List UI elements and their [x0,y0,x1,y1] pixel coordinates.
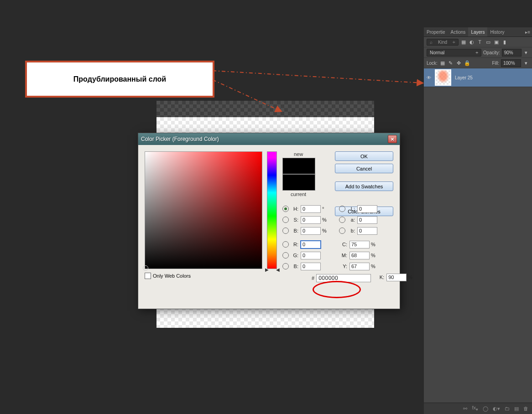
input-l[interactable]: 0 [357,205,377,213]
dialog-titlebar[interactable]: Color Picker (Foreground Color) ✕ [138,133,400,145]
lock-row: Lock: ▦ ✎ ✥ 🔒 Fill: 100% ▾ [424,58,532,68]
filter-pixel-icon[interactable]: ▦ [460,39,467,45]
tab-properties[interactable]: Propertie [424,27,448,36]
unit-c: % [371,242,376,247]
group-icon[interactable]: 🗀 [505,406,510,411]
add-to-swatches-button[interactable]: Add to Swatches [335,181,393,191]
annotation-highlight-circle [313,281,361,298]
input-m[interactable]: 68 [349,252,370,259]
input-hex[interactable]: 000000 [316,274,371,282]
new-color-swatch[interactable] [282,158,315,174]
tab-history[interactable]: History [487,27,507,36]
cancel-button[interactable]: Cancel [335,164,393,173]
current-label: current [282,191,314,197]
filter-shape-icon[interactable]: ▭ [485,39,491,45]
kind-label: Kind [438,40,447,45]
mask-icon[interactable]: ◯ [483,406,488,412]
radio-s[interactable] [282,217,289,223]
trash-icon[interactable]: 🗑 [523,406,528,411]
color-picker-dialog: Color Picker (Foreground Color) ✕ ▶ ◀ ne… [138,133,400,309]
link-layers-icon[interactable]: ⚯ [463,406,467,412]
label-r: R: [291,242,298,247]
lock-pixels-icon[interactable]: ✎ [448,60,454,66]
new-layer-icon[interactable]: ▤ [514,406,519,412]
layers-footer: ⚯ fx▾ ◯ ◐▾ 🗀 ▤ 🗑 [424,403,532,414]
color-fields: H: 0 ° L: 0 S: 0 % a: 0 [282,203,392,283]
unit-m: % [371,253,376,258]
input-b-lab[interactable]: 0 [357,227,377,235]
fx-icon[interactable]: fx▾ [472,405,478,412]
layer-thumbnail[interactable] [435,69,451,86]
annotation-callout: Продублированный слой [25,61,214,98]
radio-a[interactable] [339,217,345,223]
hue-arrow-left-icon: ▶ [265,267,269,272]
label-k: K: [376,274,384,280]
sv-cursor-icon[interactable] [143,265,148,271]
fill-input[interactable]: 100% [501,59,521,67]
unit-h: ° [322,206,329,212]
filter-smart-icon[interactable]: ▣ [493,39,500,45]
layer-row[interactable]: 👁 Layer 25 [424,68,532,87]
ok-button[interactable]: OK [335,151,393,161]
web-colors-checkbox[interactable]: Only Web Colors [145,273,191,279]
input-c[interactable]: 75 [349,241,370,248]
lock-transparency-icon[interactable]: ▦ [439,60,446,66]
fill-arrow-icon[interactable]: ▾ [523,60,529,66]
dialog-body: ▶ ◀ new current OK Cancel Add to Swatche… [138,145,400,309]
radio-b-lab[interactable] [339,228,345,234]
filter-type-icon[interactable]: T [477,39,483,45]
input-a[interactable]: 0 [357,216,377,224]
canvas-dark-strip [156,101,374,117]
dialog-title: Color Picker (Foreground Color) [141,136,219,142]
radio-b-rgb[interactable] [282,263,289,269]
input-r[interactable]: 0 [301,241,321,248]
kind-dropdown[interactable]: ⌕ Kind ÷ [427,39,459,46]
tab-actions[interactable]: Actions [448,27,469,36]
radio-b-hsb[interactable] [282,228,289,234]
hue-arrow-right-icon: ◀ [276,267,280,272]
tab-layers[interactable]: Layers [468,27,487,36]
panel-menu-icon[interactable]: ▸≡ [523,30,532,35]
chevron-updown-icon: ÷ [453,40,455,45]
adjustment-icon[interactable]: ◐▾ [493,406,500,412]
unit-y: % [371,264,376,269]
input-g[interactable]: 0 [301,252,321,259]
filter-adjust-icon[interactable]: ◐ [469,39,475,45]
visibility-icon[interactable]: 👁 [427,75,431,80]
input-b-rgb[interactable]: 0 [301,263,321,270]
label-h: H: [291,206,298,212]
radio-h[interactable] [282,206,289,212]
radio-r[interactable] [282,241,289,248]
opacity-label: Opacity: [483,50,500,55]
blend-mode-dropdown[interactable]: Normal ÷ [427,49,481,57]
unit-s: % [322,217,329,223]
web-colors-label: Only Web Colors [153,273,191,279]
hex-label: # [312,275,314,281]
annotation-text: Продублированный слой [73,75,166,83]
input-h[interactable]: 0 [301,205,321,213]
chevron-updown-icon: ÷ [476,50,479,55]
filter-toggle-icon[interactable]: ▮ [501,39,508,45]
input-k[interactable]: 90 [386,274,407,281]
input-b-hsb[interactable]: 0 [301,227,321,235]
lock-position-icon[interactable]: ✥ [456,60,462,66]
unit-k: % [408,274,412,280]
hue-slider[interactable] [267,151,277,269]
checkbox-icon[interactable] [145,273,151,279]
opacity-arrow-icon[interactable]: ▾ [523,49,530,56]
current-color-swatch[interactable] [282,174,315,191]
blend-row: Normal ÷ Opacity: 90% ▾ [424,47,532,58]
layer-name[interactable]: Layer 25 [455,75,473,80]
input-s[interactable]: 0 [301,216,321,224]
radio-l[interactable] [339,206,345,212]
opacity-input[interactable]: 90% [502,49,522,57]
label-l: L: [348,206,355,212]
panel-tabs: Propertie Actions Layers History ▸≡ [424,27,532,37]
saturation-value-picker[interactable] [145,151,262,269]
input-y[interactable]: 67 [349,263,370,270]
label-y: Y: [339,264,347,269]
svg-line-0 [213,71,422,83]
radio-g[interactable] [282,252,289,259]
close-button[interactable]: ✕ [388,135,397,143]
lock-all-icon[interactable]: 🔒 [464,60,470,66]
